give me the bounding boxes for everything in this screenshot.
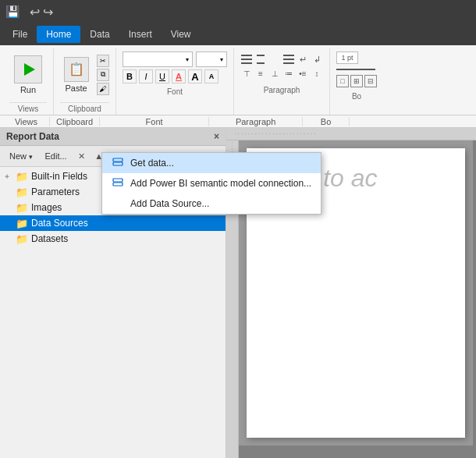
undo-redo-group: ↩ ↪ [30, 5, 53, 20]
font-group-label: Font [123, 86, 227, 98]
title-bar: 💾 ↩ ↪ [0, 0, 476, 23]
views-group-label: Views [9, 102, 47, 115]
align-left-button[interactable] [240, 53, 253, 66]
add-datasource-icon [112, 197, 124, 210]
edit-button[interactable]: Edit... [41, 150, 72, 162]
copy-icon[interactable]: ⧉ [97, 69, 109, 81]
tree-label-images: Images [31, 202, 62, 213]
font-color-button[interactable]: A [172, 69, 186, 83]
indent-increase-button[interactable]: ↵ [297, 53, 309, 66]
svg-rect-2 [113, 179, 123, 182]
bold-button[interactable]: B [123, 69, 137, 83]
valign-mid-button[interactable]: ≡ [254, 67, 267, 80]
clipboard-section-label: Clipboard [50, 117, 100, 126]
power-bi-label: Add Power BI semantic model connection..… [130, 178, 311, 189]
cut-icon[interactable]: ✂ [97, 55, 109, 67]
folder-icon-images: 📁 [16, 201, 28, 214]
folder-icon-datasets: 📁 [16, 233, 28, 245]
svg-rect-3 [113, 183, 123, 186]
menu-insert[interactable]: Insert [119, 26, 162, 43]
tree-label-data-sources: Data Sources [31, 218, 88, 229]
font-size-chevron: ▾ [220, 56, 223, 63]
redo-icon[interactable]: ↪ [43, 5, 53, 20]
context-menu-item-get-data[interactable]: Get data... [102, 153, 321, 173]
border-outside-button[interactable]: □ [336, 75, 349, 87]
tree-label-datasets: Datasets [31, 233, 68, 244]
line-spacing-button[interactable]: ↕ [311, 67, 323, 80]
run-button[interactable]: Run [9, 52, 47, 98]
add-datasource-label: Add Data Source... [130, 198, 209, 209]
indent-decrease-button[interactable]: ↲ [311, 53, 323, 66]
panel-close-button[interactable]: × [214, 131, 219, 142]
bullet-button[interactable]: •≡ [297, 67, 309, 80]
get-data-label: Get data... [130, 158, 174, 169]
folder-icon-builtin: 📁 [16, 170, 28, 183]
expand-builtin-icon: ＋ [3, 171, 12, 182]
power-bi-icon [112, 177, 124, 190]
align-right-button[interactable] [268, 53, 281, 66]
align-center-button[interactable] [254, 53, 267, 66]
ribbon-group-border: 1 pt □ ⊞ ⊟ Bo [330, 48, 383, 115]
section-labels-row: Views Clipboard Font Paragraph Bo [0, 115, 476, 128]
justify-button[interactable] [282, 53, 295, 66]
tree-label-parameters: Parameters [31, 186, 80, 197]
paragraph-group-label: Paragraph [240, 84, 323, 96]
font-name-dropdown[interactable]: ▾ [123, 51, 193, 67]
font-name-chevron: ▾ [186, 56, 189, 63]
border-line-preview [336, 69, 375, 70]
font-section-label: Font [100, 117, 209, 126]
undo-icon[interactable]: ↩ [30, 5, 40, 20]
ribbon-group-paragraph: ↵ ↲ ⊤ ≡ ⊥ ≔ •≡ ↕ Paragraph [234, 48, 330, 115]
menu-view[interactable]: View [162, 26, 201, 43]
valign-top-button[interactable]: ⊤ [240, 67, 253, 80]
context-menu-item-add-datasource[interactable]: Add Data Source... [102, 193, 321, 214]
border-group-label: Bo [336, 91, 377, 102]
format-painter-icon[interactable]: 🖌 [97, 83, 109, 95]
menu-data[interactable]: Data [80, 26, 119, 43]
save-icon: 💾 [6, 5, 20, 18]
valign-bot-button[interactable]: ⊥ [268, 67, 281, 80]
border-inside-button[interactable]: ⊞ [350, 75, 363, 87]
shrink-font-button[interactable]: A [204, 69, 218, 83]
context-menu-item-power-bi[interactable]: Add Power BI semantic model connection..… [102, 173, 321, 193]
grow-font-button[interactable]: A [188, 69, 202, 83]
underline-button[interactable]: U [155, 69, 169, 83]
tree-label-builtin: Built-in Fields [31, 171, 87, 182]
main-area: Report Data × New Edit... ✕ ▲ ▼ ＋ 📁 Buil… [0, 128, 476, 458]
folder-icon-parameters: 📁 [16, 186, 28, 198]
panel-title: Report Data [6, 131, 59, 142]
svg-rect-0 [113, 158, 123, 162]
delete-button[interactable]: ✕ [75, 149, 89, 163]
views-section-label: Views [3, 117, 50, 126]
bo-section-label: Bo [303, 117, 350, 126]
context-menu: Get data... Add Power BI semantic model … [101, 152, 321, 215]
italic-button[interactable]: I [139, 69, 153, 83]
paragraph-section-label: Paragraph [209, 117, 303, 126]
app-icon: 💾 [6, 5, 19, 18]
tree-item-data-sources[interactable]: 📁 Data Sources [0, 215, 226, 231]
border-none-button[interactable]: ⊟ [364, 75, 377, 87]
border-pt-input[interactable]: 1 pt [336, 51, 358, 64]
clipboard-group-label: Clipboard [60, 102, 109, 115]
paste-icon: 📋 [64, 57, 89, 82]
get-data-icon [112, 157, 124, 169]
svg-rect-1 [113, 162, 123, 165]
font-size-dropdown[interactable]: ▾ [196, 51, 227, 67]
run-icon [14, 55, 42, 83]
folder-icon-datasources: 📁 [16, 217, 28, 229]
numbering-button[interactable]: ≔ [282, 67, 295, 80]
menu-file[interactable]: File [3, 26, 37, 43]
menu-home[interactable]: Home [37, 26, 80, 43]
ribbon-group-views: Run Views [3, 48, 54, 115]
panel-header: Report Data × [0, 128, 226, 146]
new-button[interactable]: New [5, 150, 37, 162]
menu-bar: File Home Data Insert View [0, 23, 476, 45]
clipboard-small-icons: ✂ ⧉ 🖌 [97, 55, 109, 95]
paste-button[interactable]: 📋 Paste [61, 55, 92, 94]
ribbon: Run Views 📋 Paste ✂ ⧉ 🖌 Clipboard ▾ [0, 45, 476, 115]
tree-item-datasets[interactable]: 📁 Datasets [0, 231, 226, 247]
ribbon-group-font: ▾ ▾ B I U A A A Font [116, 48, 234, 115]
ribbon-group-clipboard: 📋 Paste ✂ ⧉ 🖌 Clipboard [54, 48, 116, 115]
horizontal-ruler: · · · · · · · · · · · · · · · · · · · · … [226, 128, 476, 140]
